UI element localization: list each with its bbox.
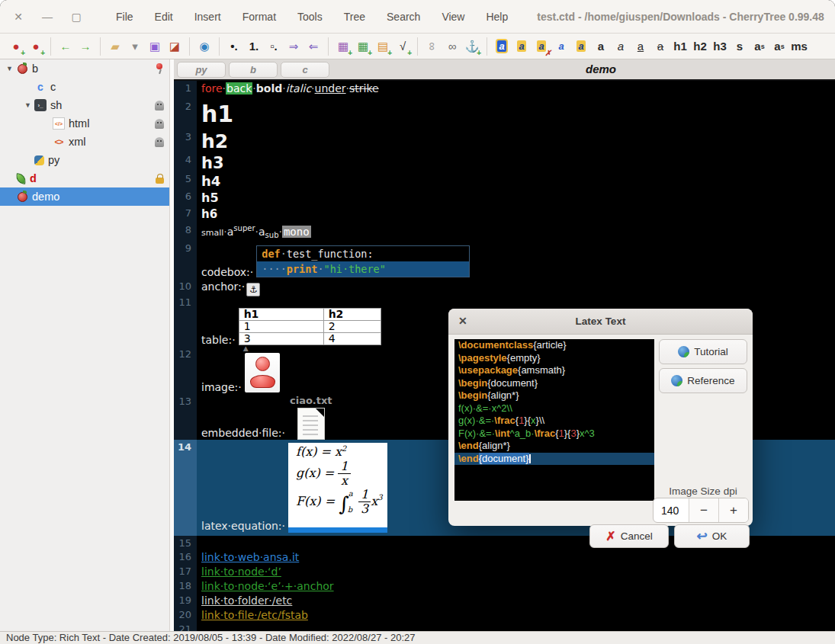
editor-line: 17link·to·node·‘d’ — [174, 564, 835, 578]
latex-source-editor[interactable]: \documentclass{article}\pagestyle{empty}… — [454, 339, 654, 501]
monospace-icon[interactable]: ms — [789, 37, 809, 56]
color-background-icon[interactable]: a — [512, 37, 532, 56]
find-node-icon[interactable]: ◉ — [194, 37, 214, 56]
copy-format-icon[interactable]: a — [551, 37, 571, 56]
embedded-file-name: ciao.txt — [290, 395, 332, 406]
dialog-close-icon[interactable]: ✕ — [458, 309, 467, 334]
table-cell[interactable]: 4 — [323, 333, 381, 345]
dpi-decrement-button[interactable]: − — [689, 498, 718, 522]
file-icon[interactable] — [297, 408, 325, 440]
line-number: 10 — [174, 279, 197, 295]
menu-format[interactable]: Format — [232, 0, 287, 34]
indent-more-icon[interactable]: ⇒ — [284, 37, 303, 56]
tree-node-b[interactable]: ▼b — [0, 59, 169, 78]
table-cell[interactable]: 2 — [323, 321, 381, 333]
embedded-image[interactable]: ▲ — [245, 353, 280, 392]
link-lk-folder[interactable]: link·to·folder·/etc — [201, 594, 292, 607]
menu-tree[interactable]: Tree — [333, 0, 376, 34]
table-cell[interactable]: 3 — [239, 333, 323, 345]
expander-icon[interactable]: ▼ — [21, 101, 34, 109]
link-lk-web[interactable]: link·to·web·ansa.it — [201, 551, 299, 563]
table-header-cell[interactable]: h2 — [323, 309, 381, 321]
superscript-icon[interactable]: as — [750, 37, 769, 56]
indent-less-icon[interactable]: ⇐ — [303, 37, 323, 56]
latex-equation-image[interactable]: f(x) = x2 g(x) = 1x F(x) = ∫ab13x3 — [288, 443, 387, 533]
open-file-caret-icon[interactable]: ▾ — [125, 37, 145, 56]
codebox-widget[interactable]: def·test_function:····print·"hi·there" — [256, 245, 470, 277]
clear-formatting-icon[interactable]: a — [532, 37, 551, 56]
insert-anchor-icon[interactable]: ⚓+ — [462, 37, 482, 56]
h2-icon[interactable]: h2 — [690, 37, 710, 56]
dialog-titlebar[interactable]: ✕ Latex Text — [448, 309, 753, 335]
new-node-icon[interactable]: ●+ — [6, 37, 26, 56]
color-foreground-icon[interactable]: a — [492, 37, 512, 56]
insert-latex-icon[interactable]: √+ — [393, 37, 413, 56]
node-button-c[interactable]: c — [281, 62, 329, 78]
plus-badge: + — [348, 49, 352, 57]
menu-tools[interactable]: Tools — [287, 0, 333, 34]
tree-node-py[interactable]: py — [0, 151, 169, 169]
minimize-window-icon[interactable]: ― — [41, 11, 53, 23]
menu-view[interactable]: View — [431, 0, 475, 34]
h1-icon[interactable]: h1 — [670, 37, 690, 56]
new-subnode-icon[interactable]: ●+ — [26, 37, 46, 56]
dpi-value-input[interactable]: 140 — [654, 498, 689, 522]
save-icon[interactable]: ▣ — [145, 37, 165, 56]
insert-codebox-icon[interactable]: ▤+ — [373, 37, 393, 56]
tree-node-sh[interactable]: ▼›_sh — [0, 96, 169, 114]
node-button-py[interactable]: py — [177, 62, 226, 78]
tree-node-html[interactable]: </>html — [0, 114, 169, 133]
reference-button[interactable]: Reference — [659, 368, 747, 393]
menu-help[interactable]: Help — [475, 0, 519, 34]
dpi-increment-button[interactable]: + — [718, 498, 748, 522]
go-forward-icon[interactable]: → — [75, 37, 95, 56]
italic-icon[interactable]: a — [611, 37, 631, 56]
attach-file-icon[interactable]: ∞ — [422, 37, 442, 56]
selection-underline — [288, 527, 387, 533]
anchor-icon[interactable]: ⚓ — [246, 283, 260, 296]
tree-node-demo[interactable]: demo — [0, 187, 169, 206]
embedded-file-widget[interactable]: ciao.txt — [290, 395, 332, 440]
ok-button[interactable]: ↩ OK — [674, 524, 750, 548]
maximize-window-icon[interactable]: ▢ — [70, 11, 82, 23]
node-button-b[interactable]: b — [229, 62, 278, 78]
table-widget[interactable]: h1h21234 — [239, 308, 381, 345]
link-lk-node[interactable]: link·to·node·‘e’·+·anchor — [201, 580, 334, 592]
statusbar: Node Type: Rich Text - Date Created: 201… — [0, 631, 835, 644]
subscript-icon[interactable]: as — [769, 37, 789, 56]
menu-edit[interactable]: Edit — [144, 0, 184, 34]
tree-node-label: d — [30, 172, 37, 184]
link-lk-file[interactable]: link·to·file·/etc/fstab — [201, 609, 308, 621]
table-cell[interactable]: 1 — [239, 321, 323, 333]
tree-node-label: c — [50, 81, 56, 93]
go-back-icon[interactable]: ← — [56, 37, 75, 56]
cancel-button[interactable]: ✗ Cancel — [589, 524, 669, 548]
link-lk-node[interactable]: link·to·node·‘d’ — [201, 566, 281, 578]
insert-link-icon[interactable]: ∞ — [442, 37, 462, 56]
table-header-cell[interactable]: h1 — [239, 309, 323, 321]
insert-table-icon[interactable]: ▦+ — [353, 37, 373, 56]
expander-icon[interactable]: ▼ — [3, 65, 16, 72]
save-as-icon[interactable]: ◪ — [165, 37, 185, 56]
bullet-list-icon[interactable]: •. — [224, 37, 244, 56]
close-window-icon[interactable]: ✕ — [12, 11, 24, 23]
tree-node-xml[interactable]: <>xml — [0, 133, 169, 151]
heading-6: h6 — [197, 206, 217, 222]
latest-format-icon[interactable]: a — [571, 37, 591, 56]
tree-node-c[interactable]: cc — [0, 78, 169, 96]
insert-image-icon[interactable]: ▦+ — [333, 37, 353, 56]
bold-icon[interactable]: a — [591, 37, 611, 56]
menu-search[interactable]: Search — [376, 0, 431, 34]
small-icon[interactable]: s — [730, 37, 750, 56]
numbered-list-icon[interactable]: 1. — [244, 37, 264, 56]
menu-file[interactable]: File — [105, 0, 144, 34]
tree-node-d[interactable]: d — [0, 169, 169, 187]
tutorial-button[interactable]: Tutorial — [659, 339, 747, 364]
text-segment: \pagestyle — [458, 352, 507, 364]
underline-icon[interactable]: a — [631, 37, 650, 56]
h3-icon[interactable]: h3 — [710, 37, 730, 56]
menu-insert[interactable]: Insert — [184, 0, 232, 34]
open-file-icon[interactable]: ▰ — [105, 37, 125, 56]
todo-list-icon[interactable]: ▫. — [264, 37, 284, 56]
strikethrough-icon[interactable]: a — [650, 37, 670, 56]
